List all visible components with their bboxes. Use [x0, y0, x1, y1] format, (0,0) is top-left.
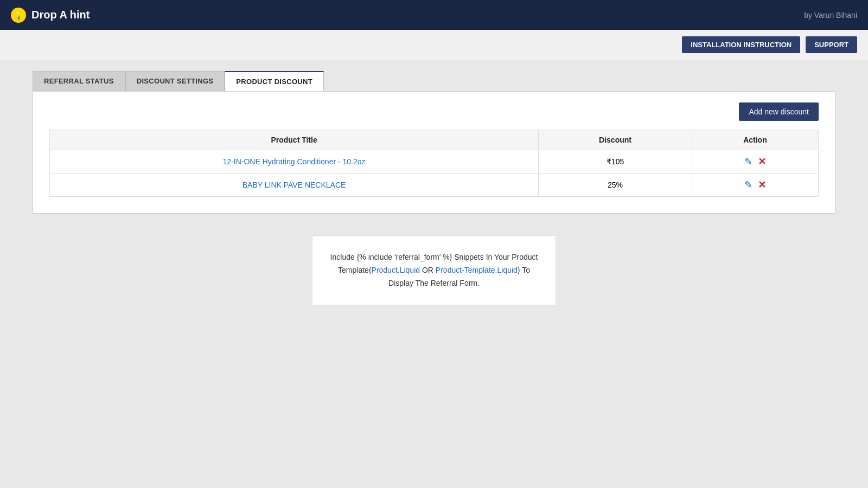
product-link-1[interactable]: 12-IN-ONE Hydrating Conditioner - 10.2oz — [223, 157, 366, 166]
delete-icon-2[interactable]: ✕ — [758, 179, 766, 191]
product-link-2[interactable]: BABY LINK PAVE NECKLACE — [242, 181, 346, 189]
tab-container: REFERRAL STATUS DISCOUNT SETTINGS PRODUC… — [0, 60, 868, 91]
product-template-liquid-link[interactable]: Product-Template.Liquid — [436, 266, 518, 274]
tab-discount-settings[interactable]: DISCOUNT SETTINGS — [125, 71, 225, 91]
author-text: by Varun Bihani — [804, 11, 857, 20]
tab-product-discount[interactable]: PRODUCT DISCOUNT — [225, 71, 324, 91]
product-liquid-link[interactable]: Product.Liquid — [372, 266, 420, 274]
delete-icon-1[interactable]: ✕ — [758, 156, 766, 168]
panel-top: Add new discount — [49, 102, 819, 121]
add-new-discount-button[interactable]: Add new discount — [739, 102, 819, 121]
action-cell-2: ✎ ✕ — [692, 174, 818, 197]
tabs: REFERRAL STATUS DISCOUNT SETTINGS PRODUC… — [33, 71, 835, 91]
installation-instruction-button[interactable]: INSTALLATION INSTRUCTION — [682, 36, 800, 53]
tab-referral-status[interactable]: REFERRAL STATUS — [33, 71, 125, 91]
col-header-discount: Discount — [539, 130, 692, 150]
action-cell-1: ✎ ✕ — [692, 150, 818, 174]
col-header-action: Action — [692, 130, 818, 150]
info-text-middle: OR — [420, 266, 436, 274]
edit-icon-1[interactable]: ✎ — [744, 156, 752, 168]
content-panel: Add new discount Product Title Discount … — [33, 91, 835, 214]
info-box: Include {% include 'referral_form' %} Sn… — [312, 235, 556, 305]
discount-cell-1: ₹105 — [539, 150, 692, 174]
action-group-2: ✎ ✕ — [701, 179, 809, 191]
table-row: 12-IN-ONE Hydrating Conditioner - 10.2oz… — [50, 150, 819, 174]
action-group-1: ✎ ✕ — [701, 156, 809, 168]
header-left: 💡 Drop A hint — [11, 8, 90, 23]
col-header-product-title: Product Title — [50, 130, 539, 150]
logo-icon: 💡 — [11, 8, 26, 23]
main-content: Add new discount Product Title Discount … — [0, 91, 868, 349]
product-title-cell: 12-IN-ONE Hydrating Conditioner - 10.2oz — [50, 150, 539, 174]
edit-icon-2[interactable]: ✎ — [744, 179, 752, 191]
table-row: BABY LINK PAVE NECKLACE 25% ✎ ✕ — [50, 174, 819, 197]
top-header: 💡 Drop A hint by Varun Bihani — [0, 0, 868, 30]
discount-cell-2: 25% — [539, 174, 692, 197]
product-title-cell-2: BABY LINK PAVE NECKLACE — [50, 174, 539, 197]
app-title: Drop A hint — [31, 9, 90, 21]
discount-table: Product Title Discount Action 12-IN-ONE … — [49, 130, 819, 197]
support-button[interactable]: SUPPORT — [806, 36, 857, 53]
secondary-nav: INSTALLATION INSTRUCTION SUPPORT — [0, 30, 868, 60]
